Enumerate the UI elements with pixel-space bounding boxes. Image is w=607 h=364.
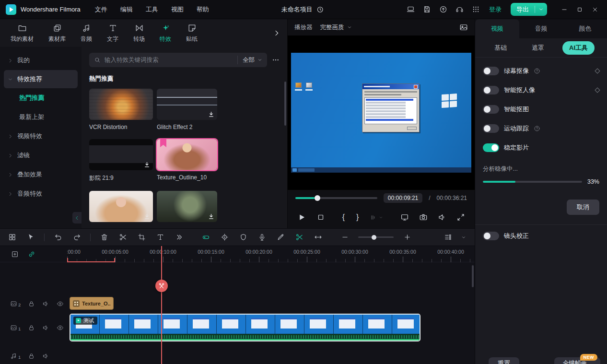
- select-tool-icon[interactable]: [25, 232, 36, 243]
- minimize-button[interactable]: [557, 2, 572, 17]
- annotation-icon[interactable]: [275, 232, 286, 243]
- smart-cutout-toggle[interactable]: [483, 105, 499, 114]
- category-filters[interactable]: 滤镜: [0, 146, 82, 165]
- category-trending[interactable]: 热門推薦: [0, 88, 82, 107]
- effect-thumbnail[interactable]: [89, 139, 153, 170]
- export-button[interactable]: 导出: [511, 3, 547, 16]
- seek-handle[interactable]: [315, 195, 320, 201]
- mute-icon[interactable]: [42, 324, 49, 331]
- apps-grid-icon[interactable]: [472, 5, 480, 13]
- tab-text[interactable]: 文字: [107, 23, 118, 43]
- menu-view[interactable]: 视图: [171, 5, 184, 14]
- chroma-key-icon[interactable]: [238, 232, 248, 243]
- timeline[interactable]: 00:00:00:00 00:00:05:00 00:00:10:00 00:0…: [0, 246, 475, 364]
- subtab-mask[interactable]: 遮罩: [525, 41, 551, 55]
- track-manager-caret-icon[interactable]: [461, 234, 468, 241]
- mute-icon[interactable]: [42, 300, 49, 307]
- zoom-in-button[interactable]: [402, 232, 412, 243]
- help-icon[interactable]: [534, 125, 540, 132]
- mark-in-button[interactable]: {: [342, 213, 345, 221]
- quality-dropdown[interactable]: 完整画质: [320, 23, 352, 32]
- search-box[interactable]: 全部: [89, 53, 267, 67]
- mark-out-button[interactable]: }: [356, 213, 359, 221]
- project-history-icon[interactable]: [316, 6, 324, 13]
- save-icon[interactable]: [423, 5, 431, 13]
- keyframe-diamond-icon[interactable]: [595, 68, 600, 73]
- pan-zoom-icon[interactable]: [313, 232, 323, 243]
- seek-bar[interactable]: [295, 197, 377, 199]
- redo-button[interactable]: [71, 232, 82, 243]
- tab-stickers[interactable]: 贴纸: [186, 23, 198, 43]
- link-clips-icon[interactable]: [28, 250, 35, 258]
- text-tool-button[interactable]: [155, 232, 165, 243]
- support-headset-icon[interactable]: [455, 5, 464, 13]
- subtab-basic[interactable]: 基础: [488, 41, 514, 55]
- download-icon[interactable]: [208, 111, 215, 118]
- more-tools-button[interactable]: [174, 232, 184, 243]
- keyframe-diamond-icon[interactable]: [595, 87, 600, 93]
- volume-button[interactable]: [438, 213, 446, 222]
- menu-edit[interactable]: 编辑: [120, 5, 133, 14]
- stop-button[interactable]: [316, 213, 325, 222]
- effect-thumbnail[interactable]: [157, 89, 217, 120]
- lock-icon[interactable]: [28, 352, 35, 360]
- effect-thumbnail[interactable]: [157, 191, 217, 222]
- timeline-zoom-slider[interactable]: [358, 236, 394, 238]
- tab-my-media[interactable]: 我的素材: [11, 23, 34, 43]
- stabilization-toggle[interactable]: [483, 143, 499, 152]
- reset-button[interactable]: 重置: [489, 357, 519, 364]
- visibility-icon[interactable]: [57, 300, 64, 307]
- effect-thumbnail[interactable]: [157, 139, 217, 170]
- effect-item[interactable]: Glitch Effect 2: [157, 89, 217, 130]
- snapshot-button[interactable]: [419, 213, 428, 222]
- effect-thumbnail[interactable]: [89, 191, 153, 222]
- more-options-button[interactable]: [272, 56, 280, 64]
- delete-button[interactable]: [99, 232, 109, 243]
- zoom-out-button[interactable]: [339, 232, 350, 243]
- effect-item[interactable]: [89, 191, 153, 222]
- effect-item-selected[interactable]: Texture_Outline_10: [157, 139, 217, 182]
- effect-item[interactable]: 影院 21:9: [89, 139, 153, 182]
- timeline-scrollbar[interactable]: [472, 265, 474, 287]
- cut-button[interactable]: [117, 232, 128, 243]
- motion-tracking-icon[interactable]: [219, 232, 230, 243]
- timeline-ruler[interactable]: 00:00:00:00 00:00:05:00 00:00:10:00 00:0…: [67, 246, 475, 262]
- fullscreen-button[interactable]: [456, 213, 465, 222]
- grid-view-icon[interactable]: [7, 232, 17, 243]
- lock-icon[interactable]: [28, 324, 35, 331]
- tab-effects[interactable]: 特效: [160, 23, 171, 43]
- category-recommended[interactable]: 特效推荐: [4, 70, 78, 88]
- sidebar-collapse-button[interactable]: [72, 212, 82, 223]
- maximize-button[interactable]: [572, 2, 587, 17]
- visibility-icon[interactable]: [57, 324, 64, 331]
- add-to-timeline-icon[interactable]: [11, 250, 19, 258]
- mute-icon[interactable]: [42, 352, 49, 360]
- effect-item[interactable]: [157, 191, 217, 222]
- search-input[interactable]: [105, 57, 233, 63]
- tab-audio-props[interactable]: 音频: [519, 19, 563, 38]
- login-button[interactable]: 登录: [489, 5, 502, 14]
- marked-region[interactable]: [67, 259, 115, 262]
- ai-portrait-toggle[interactable]: [483, 86, 499, 94]
- lock-icon[interactable]: [28, 300, 35, 307]
- download-icon[interactable]: [143, 161, 151, 168]
- tabs-overflow-button[interactable]: [273, 29, 280, 37]
- track-manager-button[interactable]: [443, 232, 453, 243]
- lens-correction-toggle[interactable]: [483, 232, 499, 240]
- green-screen-toggle[interactable]: [483, 67, 499, 75]
- motion-tracking-toggle[interactable]: [483, 124, 499, 133]
- undo-button[interactable]: [53, 232, 63, 243]
- tab-video[interactable]: 视频: [475, 19, 519, 38]
- split-button[interactable]: [294, 232, 304, 243]
- help-icon[interactable]: [534, 68, 540, 74]
- speed-ramp-icon[interactable]: [200, 232, 211, 243]
- display-icon[interactable]: [407, 5, 415, 13]
- subtab-ai-tools[interactable]: AI工具: [562, 41, 595, 55]
- effects-scrollbar[interactable]: [284, 82, 286, 222]
- menu-tools[interactable]: 工具: [146, 5, 158, 14]
- effect-thumbnail[interactable]: [89, 89, 153, 120]
- clip-test-selected[interactable]: 测试: [70, 314, 420, 341]
- cancel-button[interactable]: 取消: [567, 200, 599, 215]
- download-icon[interactable]: [143, 213, 151, 220]
- share-upload-icon[interactable]: [439, 5, 447, 13]
